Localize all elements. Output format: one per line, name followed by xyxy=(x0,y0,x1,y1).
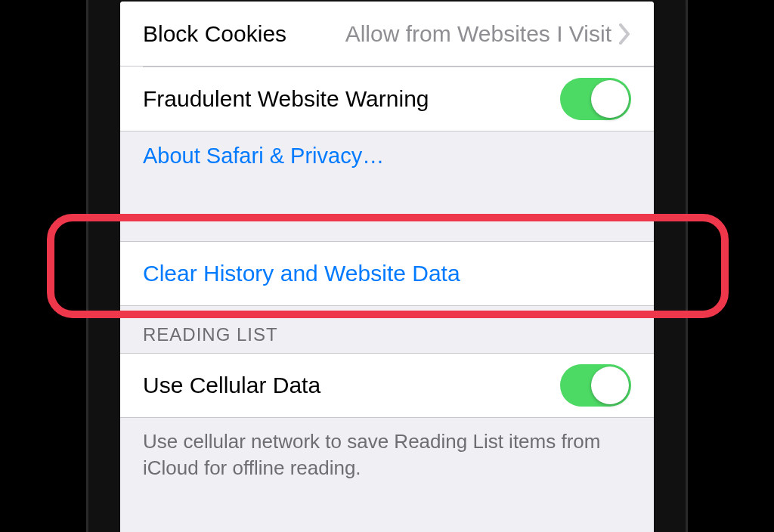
chevron-right-icon xyxy=(619,23,631,45)
row-use-cellular-data[interactable]: Use Cellular Data xyxy=(120,353,654,418)
phone-frame: Block Cookies Allow from Websites I Visi… xyxy=(77,0,697,532)
settings-screen: Block Cookies Allow from Websites I Visi… xyxy=(120,2,654,532)
row-block-cookies[interactable]: Block Cookies Allow from Websites I Visi… xyxy=(120,2,654,66)
phone-inner-frame: Block Cookies Allow from Websites I Visi… xyxy=(86,0,688,532)
row-clear-history[interactable]: Clear History and Website Data xyxy=(120,241,654,306)
section-header-reading-list: READING LIST xyxy=(120,306,654,353)
clear-history-label: Clear History and Website Data xyxy=(143,261,460,286)
row-fraud-warning[interactable]: Fraudulent Website Warning xyxy=(120,66,654,131)
use-cellular-footer: Use cellular network to save Reading Lis… xyxy=(120,418,654,500)
about-safari-privacy-link[interactable]: About Safari & Privacy… xyxy=(120,131,654,185)
block-cookies-value: Allow from Websites I Visit xyxy=(345,21,611,47)
fraud-warning-label: Fraudulent Website Warning xyxy=(143,86,429,112)
use-cellular-toggle[interactable] xyxy=(560,364,631,407)
about-safari-privacy-label: About Safari & Privacy… xyxy=(143,144,384,168)
reading-list-header-text: READING LIST xyxy=(143,324,278,345)
use-cellular-label: Use Cellular Data xyxy=(143,373,320,398)
toggle-knob-icon xyxy=(591,80,629,118)
fraud-warning-toggle[interactable] xyxy=(560,78,631,120)
block-cookies-label: Block Cookies xyxy=(143,21,286,47)
use-cellular-footer-text: Use cellular network to save Reading Lis… xyxy=(143,430,600,479)
section-spacer xyxy=(120,185,654,241)
toggle-knob-icon xyxy=(591,367,629,404)
